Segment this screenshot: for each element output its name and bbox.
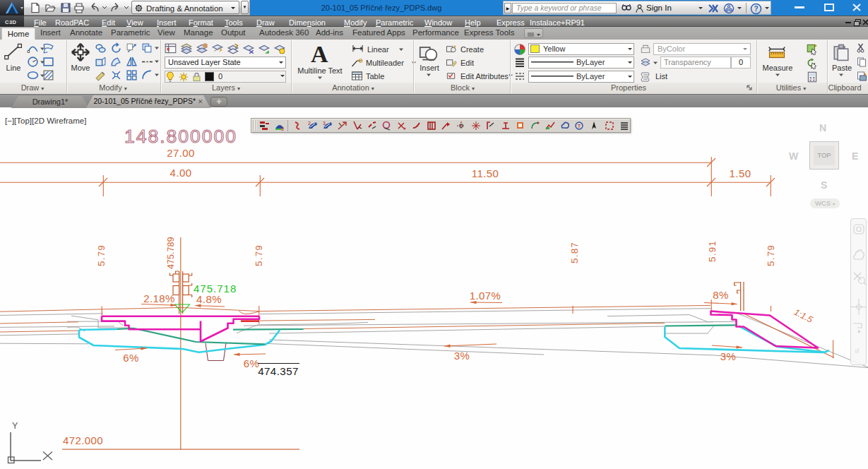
svg-text:4.8%: 4.8%: [196, 293, 222, 305]
svg-text:T: T: [578, 123, 581, 129]
svg-text:11.50: 11.50: [472, 167, 499, 179]
svg-text:3: 3: [323, 121, 326, 126]
svg-text:?: ?: [754, 5, 759, 13]
svg-text:472.000: 472.000: [63, 434, 103, 446]
svg-text:3%: 3%: [720, 350, 736, 362]
svg-text:1:1.5: 1:1.5: [792, 307, 814, 325]
svg-text:27.00: 27.00: [167, 147, 195, 159]
svg-text:4.00: 4.00: [170, 167, 192, 179]
svg-text:2.18%: 2.18%: [143, 292, 175, 304]
svg-text:5.79: 5.79: [96, 244, 107, 266]
svg-text:6%: 6%: [244, 357, 259, 369]
svg-text:2: 2: [308, 121, 311, 126]
svg-text:1.07%: 1.07%: [470, 290, 501, 302]
svg-text:5.87: 5.87: [569, 242, 580, 263]
svg-text:474.357: 474.357: [258, 365, 299, 377]
svg-text:5.79: 5.79: [766, 244, 776, 266]
svg-text:1.50: 1.50: [730, 167, 751, 179]
svg-text:5.79: 5.79: [254, 244, 264, 266]
svg-text:8: 8: [281, 126, 284, 131]
svg-text:3%: 3%: [454, 350, 470, 362]
svg-text:475.789: 475.789: [166, 237, 176, 269]
svg-text:5.91: 5.91: [707, 240, 718, 262]
svg-text:475.718: 475.718: [194, 283, 237, 295]
svg-text:Y: Y: [12, 421, 18, 431]
svg-text:148.800000: 148.800000: [124, 126, 237, 147]
svg-text:8%: 8%: [713, 289, 728, 301]
svg-text:6%: 6%: [123, 352, 138, 364]
